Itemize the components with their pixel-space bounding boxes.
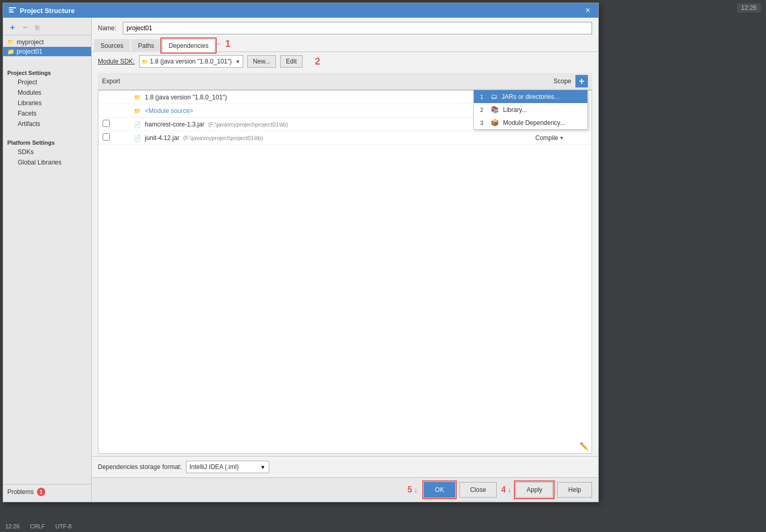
junit-export-checkbox[interactable] xyxy=(103,133,110,141)
dep-junit-path: (F:\java\myproject\project01\lib) xyxy=(183,135,263,141)
storage-dropdown-text: IntelliJ IDEA (.iml) xyxy=(190,463,258,471)
project-structure-icon xyxy=(8,6,17,15)
sidebar-item-libraries[interactable]: Libraries xyxy=(3,98,91,108)
sidebar-project-label: Project xyxy=(18,79,37,86)
main-content: Name: Sources Paths Dependencies ← 1 xyxy=(92,18,598,502)
table-row: 📄 junit-4.12.jar (F:\java\myproject\proj… xyxy=(98,131,592,145)
hamcrest-export-checkbox[interactable] xyxy=(103,120,110,127)
project-structure-dialog: Project Structure × + − ⎘ xyxy=(3,3,599,502)
name-input[interactable] xyxy=(123,22,592,34)
remove-icon: − xyxy=(22,23,27,32)
sidebar: + − ⎘ 📁 myproject 📁 project01 xyxy=(3,18,92,502)
add-dependency-button[interactable]: + xyxy=(575,75,588,87)
run-config[interactable]: 12:26 xyxy=(737,3,761,12)
name-row: Name: xyxy=(92,18,598,39)
sidebar-item-global-libraries[interactable]: Global Libraries xyxy=(3,157,91,168)
storage-label: Dependencies storage format: xyxy=(98,463,182,471)
new-sdk-button[interactable]: New... xyxy=(247,55,276,68)
folder-icon: 📁 xyxy=(7,48,15,55)
sidebar-item-project01[interactable]: 📁 project01 xyxy=(3,47,91,56)
ok-button[interactable]: OK xyxy=(424,482,455,498)
close-button[interactable]: × xyxy=(583,5,593,16)
annotation-5: 5 xyxy=(407,485,412,495)
module-source-link[interactable]: <Module source> xyxy=(145,107,193,115)
sidebar-item-myproject[interactable]: 📁 myproject xyxy=(3,37,91,47)
add-module-button[interactable]: + xyxy=(7,22,18,33)
sidebar-item-project[interactable]: Project xyxy=(3,77,91,87)
dep-name-cell: 📄 junit-4.12.jar (F:\java\myproject\proj… xyxy=(134,134,535,142)
sdk-dropdown-text: 1.8 (java version "1.8.0_101") xyxy=(150,58,233,65)
dialog-title-text: Project Structure xyxy=(20,7,74,15)
sidebar-toolbar: + − ⎘ xyxy=(3,20,91,35)
remove-module-button[interactable]: − xyxy=(20,22,30,33)
close-dialog-button[interactable]: Close xyxy=(459,482,497,498)
tab-dependencies[interactable]: Dependencies ← 1 xyxy=(162,39,216,52)
storage-row: Dependencies storage format: IntelliJ ID… xyxy=(92,456,598,477)
sidebar-item-sdks[interactable]: SDKs xyxy=(3,147,91,157)
sidebar-facets-label: Facets xyxy=(18,110,36,117)
menu-item-2-num: 2 xyxy=(480,107,486,113)
junit-scope-dropdown[interactable]: Compile ▼ xyxy=(535,134,587,142)
dep-hamcrest-path: (F:\java\myproject\project01\lib) xyxy=(208,121,288,128)
dep-junit-name: junit-4.12.jar xyxy=(145,134,179,142)
jar-icon: 📄 xyxy=(134,121,141,128)
cursor-position: 12:26 xyxy=(5,523,20,529)
tree-item-label: myproject xyxy=(17,39,44,46)
menu-item-2-icon: 📚 xyxy=(491,106,499,113)
sdk-folder-icon: 📁 xyxy=(142,59,148,65)
tab-paths[interactable]: Paths xyxy=(131,39,161,52)
library-option[interactable]: 2 📚 Library... xyxy=(474,103,587,116)
storage-dropdown-arrow: ▼ xyxy=(260,464,266,470)
dep-sdk-name: 1.8 (java version "1.8.0_101") xyxy=(145,94,227,101)
problems-badge: 1 xyxy=(37,488,45,496)
dialog-body: + − ⎘ 📁 myproject 📁 project01 xyxy=(3,18,598,502)
sidebar-item-modules[interactable]: Modules xyxy=(3,87,91,98)
export-header: Export xyxy=(102,78,133,85)
jars-or-directories-option[interactable]: 1 🗂 JARs or directories... xyxy=(474,90,587,103)
ide-bottombar: 12:26 CRLF UTF-8 xyxy=(0,521,766,532)
annotation-2: 2 xyxy=(315,56,320,67)
tab-sources-label: Sources xyxy=(101,42,123,49)
dep-export-cell xyxy=(103,133,134,142)
line-ending: CRLF xyxy=(30,523,45,529)
sidebar-item-artifacts[interactable]: Artifacts xyxy=(3,119,91,129)
dialog-titlebar: Project Structure × xyxy=(3,3,598,18)
folder-icon: 📁 xyxy=(7,39,15,46)
name-label: Name: xyxy=(98,24,119,32)
menu-item-1-label: JARs or directories... xyxy=(501,93,559,100)
sdk-dep-icon: 📁 xyxy=(134,94,141,100)
tab-dependencies-label: Dependencies xyxy=(169,42,209,49)
dep-hamcrest-name: hamcrest-core-1.3.jar xyxy=(145,121,204,128)
svg-rect-0 xyxy=(9,7,16,8)
encoding: UTF-8 xyxy=(55,523,71,529)
apply-button[interactable]: Apply xyxy=(516,482,553,498)
junit-scope-value: Compile xyxy=(535,134,558,142)
menu-item-3-label: Module Dependency... xyxy=(503,119,565,126)
arrow-5: ↓ xyxy=(414,486,418,494)
svg-rect-2 xyxy=(9,11,14,12)
dialog-footer: 5 ↓ OK Close 4 ↓ Apply Help xyxy=(92,477,598,502)
tab-paths-label: Paths xyxy=(138,42,154,49)
menu-item-3-icon: 📦 xyxy=(491,119,499,126)
module-dependency-option[interactable]: 3 📦 Module Dependency... xyxy=(474,116,587,129)
arrow-4: ↓ xyxy=(508,486,511,494)
svg-rect-1 xyxy=(9,9,13,10)
dep-scope-cell: Compile ▼ xyxy=(535,134,587,142)
tab-sources[interactable]: Sources xyxy=(94,39,130,52)
edit-sdk-button[interactable]: Edit xyxy=(280,55,303,68)
copy-module-button[interactable]: ⎘ xyxy=(32,22,43,33)
problems-section[interactable]: Problems 1 xyxy=(3,484,91,499)
sidebar-item-facets[interactable]: Facets xyxy=(3,108,91,119)
sdk-dropdown[interactable]: 📁 1.8 (java version "1.8.0_101") ▼ xyxy=(139,55,243,68)
sdk-row: Module SDK: 📁 1.8 (java version "1.8.0_1… xyxy=(92,52,598,71)
edit-icon: ✏️ xyxy=(580,442,588,450)
tree-item-label: project01 xyxy=(17,48,42,55)
add-dependency-dropdown: 1 🗂 JARs or directories... 2 📚 Library..… xyxy=(473,90,588,130)
copy-icon: ⎘ xyxy=(35,24,40,32)
problems-label: Problems xyxy=(7,488,34,496)
storage-dropdown[interactable]: IntelliJ IDEA (.iml) ▼ xyxy=(186,461,269,473)
add-icon: + xyxy=(10,23,15,32)
menu-item-1-icon: 🗂 xyxy=(491,93,497,100)
module-source-icon: 📁 xyxy=(134,108,141,114)
help-button[interactable]: Help xyxy=(557,482,592,498)
